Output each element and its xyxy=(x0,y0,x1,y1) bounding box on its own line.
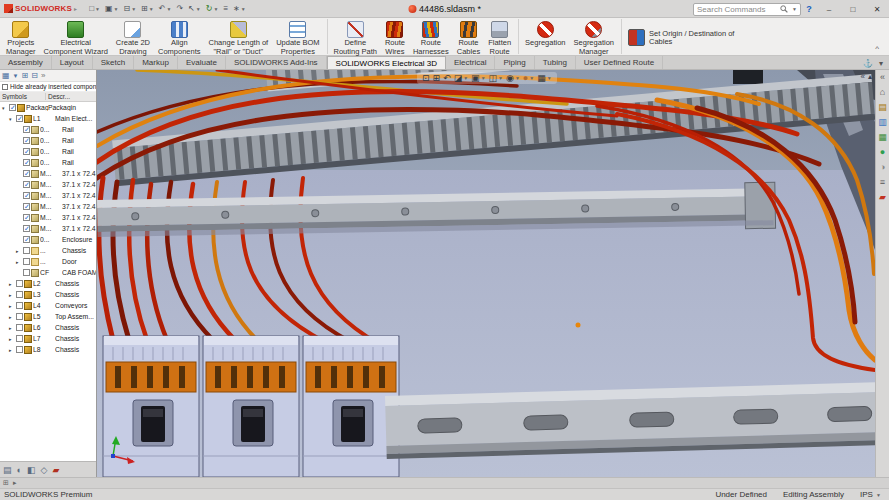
tree-item[interactable]: L2 Chassis xyxy=(0,278,96,289)
custom-properties-icon[interactable] xyxy=(880,177,885,187)
print-icon[interactable]: ▼ xyxy=(139,1,156,17)
save-icon[interactable]: ▼ xyxy=(121,1,138,17)
tree-item[interactable]: Packaging I... Packagin xyxy=(0,102,96,113)
create-2d-drawing-button[interactable]: Create 2DDrawing xyxy=(112,19,154,54)
design-library-icon[interactable] xyxy=(878,102,887,112)
tree-item[interactable]: L5 Top Assem... xyxy=(0,311,96,322)
tree-item[interactable]: L8 Chassis xyxy=(0,344,96,355)
tree-item[interactable]: 0... Enclosure xyxy=(0,234,96,245)
redo-icon[interactable] xyxy=(174,1,185,17)
tab-scroll-icon[interactable]: ▸ xyxy=(13,479,17,487)
tab-layout[interactable]: Layout xyxy=(52,56,93,69)
tree-item[interactable]: L6 Chassis xyxy=(0,322,96,333)
graphics-area[interactable]: ▼▼▼▼▼▼ « ▴ xyxy=(97,70,875,477)
tree-checkbox[interactable] xyxy=(23,269,30,276)
options-icon[interactable]: ▼ xyxy=(231,1,248,17)
dimxpertmanager-tab-icon[interactable] xyxy=(40,465,47,475)
route-cables-button[interactable]: RouteCables xyxy=(453,19,484,54)
tree-checkbox[interactable] xyxy=(23,192,30,199)
collapse-tree-icon[interactable] xyxy=(31,71,38,81)
pane-split-icon[interactable]: ⊞ xyxy=(3,479,9,487)
maximize-button[interactable]: □ xyxy=(841,0,865,18)
view-palette-icon[interactable] xyxy=(878,132,887,142)
expander-icon[interactable] xyxy=(9,325,15,331)
tree-checkbox[interactable] xyxy=(23,214,30,221)
tree-checkbox[interactable] xyxy=(23,258,30,265)
view-orientation-icon[interactable]: ▼ xyxy=(471,73,485,83)
segregation-button[interactable]: Segregation xyxy=(521,19,569,54)
appearances-icon[interactable] xyxy=(880,147,885,157)
expander-icon[interactable] xyxy=(9,281,15,287)
tree-checkbox[interactable] xyxy=(23,181,30,188)
apply-scene-icon[interactable]: ▼ xyxy=(537,73,551,83)
featuremanager-tab-icon[interactable] xyxy=(3,465,12,475)
tab-evaluate[interactable]: Evaluate xyxy=(178,56,226,69)
expander-icon[interactable] xyxy=(9,347,15,353)
unit-system[interactable]: IPS ▼ xyxy=(860,490,881,499)
tree-item[interactable]: M... 37.1 x 72.4... xyxy=(0,212,96,223)
align-components-button[interactable]: AlignComponents xyxy=(154,19,205,54)
select-icon[interactable]: ▼ xyxy=(186,1,203,17)
tree-item[interactable]: 0... Rail xyxy=(0,124,96,135)
tree-item[interactable]: M... 37.1 x 72.4... xyxy=(0,179,96,190)
tree-item[interactable]: CF CAB FOAM... xyxy=(0,267,96,278)
menu-expand-icon[interactable]: ▸ xyxy=(74,5,77,12)
close-button[interactable]: ✕ xyxy=(865,0,889,18)
expand-tree-icon[interactable] xyxy=(22,71,29,81)
tree-checkbox[interactable] xyxy=(16,291,23,298)
tree-checkbox[interactable] xyxy=(23,236,30,243)
pin-ribbon-icon[interactable]: ⚓ xyxy=(863,59,873,68)
expander-icon[interactable] xyxy=(16,248,22,254)
electrical-manager-tab-icon[interactable] xyxy=(52,465,59,475)
edit-appearance-icon[interactable]: ▼ xyxy=(523,73,534,83)
hide-show-items-icon[interactable]: ▼ xyxy=(506,73,520,83)
previous-view-icon[interactable] xyxy=(443,73,451,83)
file-properties-icon[interactable] xyxy=(221,1,230,17)
tab-piping[interactable]: Piping xyxy=(495,56,534,69)
scenes-icon[interactable] xyxy=(880,162,885,172)
flatten-route-button[interactable]: FlattenRoute xyxy=(484,19,519,54)
search-input[interactable]: Search Commands ▼ xyxy=(693,3,801,16)
tree-checkbox[interactable] xyxy=(23,170,30,177)
file-explorer-icon[interactable] xyxy=(878,117,887,127)
electrical-component-wizard-button[interactable]: ElectricalComponent Wizard xyxy=(40,19,112,54)
set-origin-destination-button[interactable]: Set Origin / Destination of Cables xyxy=(624,19,742,54)
search-caret-icon[interactable]: ▼ xyxy=(792,6,797,12)
tree-checkbox[interactable] xyxy=(23,148,30,155)
3d-model-view[interactable] xyxy=(97,70,875,477)
expander-icon[interactable] xyxy=(2,105,8,111)
description-column-header[interactable]: Descr... xyxy=(46,93,96,100)
route-harnesses-button[interactable]: RouteHarnesses xyxy=(409,19,453,54)
tree-checkbox[interactable] xyxy=(23,137,30,144)
tab-sketch[interactable]: Sketch xyxy=(93,56,134,69)
hide-inserted-checkbox[interactable] xyxy=(2,84,8,90)
route-point[interactable] xyxy=(576,323,581,328)
symbols-column-header[interactable]: Symbols xyxy=(0,93,46,100)
viewport-options-icon[interactable]: ▴ xyxy=(868,72,872,81)
tree-checkbox[interactable] xyxy=(23,126,30,133)
undo-icon[interactable]: ▼ xyxy=(157,1,174,17)
tree-checkbox[interactable] xyxy=(9,104,16,111)
tab-assembly[interactable]: Assembly xyxy=(0,56,52,69)
filter-icon[interactable] xyxy=(13,71,19,81)
tree-checkbox[interactable] xyxy=(23,247,30,254)
rebuild-icon[interactable]: ▼ xyxy=(204,1,221,17)
tree-item[interactable]: 0... Rail xyxy=(0,157,96,168)
tree-checkbox[interactable] xyxy=(16,280,23,287)
new-file-icon[interactable]: ▼ xyxy=(87,1,102,17)
section-view-icon[interactable]: ▼ xyxy=(454,73,468,83)
open-file-icon[interactable]: ▼ xyxy=(103,1,121,17)
ribbon-collapse-icon[interactable]: ^ xyxy=(875,44,879,53)
expander-icon[interactable] xyxy=(16,259,22,265)
update-bom-properties-button[interactable]: Update BOMProperties xyxy=(272,19,327,54)
tab-solidworks-electrical-3d[interactable]: SOLIDWORKS Electrical 3D xyxy=(327,56,446,69)
help-button[interactable]: ? xyxy=(801,4,817,14)
route-wires-button[interactable]: RouteWires xyxy=(381,19,409,54)
minimize-button[interactable]: – xyxy=(817,0,841,18)
tree-item[interactable]: M... 37.1 x 72.4... xyxy=(0,223,96,234)
tree-checkbox[interactable] xyxy=(16,346,23,353)
expander-icon[interactable] xyxy=(9,336,15,342)
collapse-task-pane-icon[interactable] xyxy=(880,72,885,82)
projects-manager-button[interactable]: ProjectsManager xyxy=(2,19,40,54)
tree-checkbox[interactable] xyxy=(16,115,23,122)
